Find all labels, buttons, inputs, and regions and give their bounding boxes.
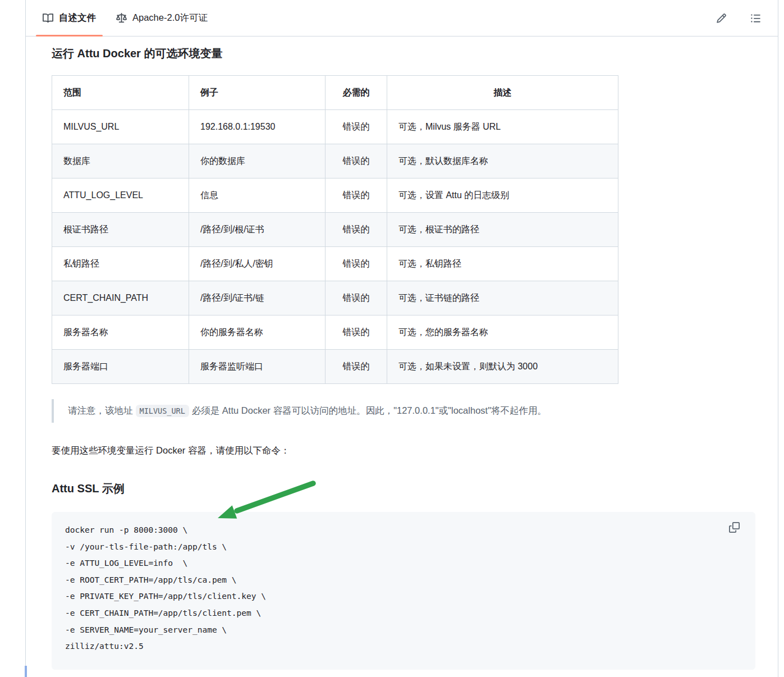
- outline-button[interactable]: [749, 12, 762, 25]
- table-cell: 错误的: [325, 281, 387, 315]
- code-content: docker run -p 8000:3000 \ -v /your-tls-f…: [65, 525, 266, 651]
- env-table: 范围 例子 必需的 描述 MILVUS_URL192.168.0.1:19530…: [52, 75, 618, 384]
- pencil-icon: [716, 13, 727, 24]
- table-cell: /路径/到/根/证书: [189, 213, 325, 247]
- table-cell: 你的数据库: [189, 144, 325, 179]
- tabbar-actions: [715, 0, 778, 36]
- table-row: 根证书路径/路径/到/根/证书错误的可选，根证书的路径: [52, 213, 618, 247]
- table-cell: 可选，如果未设置，则默认为 3000: [387, 350, 618, 384]
- active-tab-underline: [36, 35, 103, 36]
- table-row: MILVUS_URL192.168.0.1:19530错误的可选，Milvus …: [52, 110, 618, 144]
- law-icon: [116, 13, 127, 24]
- copy-button[interactable]: [728, 521, 741, 534]
- book-icon: [43, 13, 53, 24]
- table-row: 服务器名称你的服务器名称错误的可选，您的服务器名称: [52, 315, 618, 350]
- table-cell: 信息: [189, 179, 325, 213]
- column-header-scope: 范围: [52, 76, 189, 110]
- table-cell: 错误的: [325, 144, 387, 179]
- code-block: docker run -p 8000:3000 \ -v /your-tls-f…: [52, 512, 755, 670]
- note-blockquote: 请注意，该地址MILVUS_URL必须是 Attu Docker 容器可以访问的…: [52, 399, 728, 423]
- scrollbar-fragment[interactable]: [25, 666, 27, 677]
- command-intro-paragraph: 要使用这些环境变量运行 Docker 容器，请使用以下命令：: [52, 443, 755, 457]
- table-row: 服务器端口服务器监听端口错误的可选，如果未设置，则默认为 3000: [52, 350, 618, 384]
- table-cell: 错误的: [325, 213, 387, 247]
- section-title-ssl-example: Attu SSL 示例: [52, 481, 755, 496]
- tab-license[interactable]: Apache-2.0许可证: [106, 0, 218, 36]
- table-cell: 私钥路径: [52, 247, 189, 281]
- edit-button[interactable]: [715, 12, 728, 25]
- table-cell: 错误的: [325, 179, 387, 213]
- table-row: 数据库你的数据库错误的可选，默认数据库名称: [52, 144, 618, 179]
- table-cell: 错误的: [325, 315, 387, 350]
- table-row: ATTU_LOG_LEVEL信息错误的可选，设置 Attu 的日志级别: [52, 179, 618, 213]
- tab-readme[interactable]: 自述文件: [33, 0, 106, 36]
- note-text-prefix: 请注意，该地址: [68, 405, 133, 415]
- readme-content: 运行 Attu Docker 的可选环境变量 范围 例子 必需的 描述 MILV…: [26, 36, 778, 670]
- table-cell: 根证书路径: [52, 213, 189, 247]
- readme-panel: 自述文件 Apache-2.0许可证 运行 Attu Docker 的可选环境变…: [25, 0, 778, 677]
- copy-icon: [729, 522, 740, 533]
- table-cell: 错误的: [325, 247, 387, 281]
- section-title-env-vars: 运行 Attu Docker 的可选环境变量: [52, 46, 755, 61]
- table-cell: 192.168.0.1:19530: [189, 110, 325, 144]
- table-cell: 错误的: [325, 110, 387, 144]
- table-cell: ATTU_LOG_LEVEL: [52, 179, 189, 213]
- docker-command: docker run -p 8000:3000 \ -v /your-tls-f…: [65, 522, 746, 655]
- table-cell: 可选，默认数据库名称: [387, 144, 618, 179]
- table-cell: 错误的: [325, 350, 387, 384]
- tab-license-label: Apache-2.0许可证: [132, 12, 208, 24]
- inline-code-milvus-url: MILVUS_URL: [136, 405, 189, 417]
- table-row: CERT_CHAIN_PATH/路径/到/证书/链错误的可选，证书链的路径: [52, 281, 618, 315]
- table-cell: 服务器监听端口: [189, 350, 325, 384]
- table-cell: 可选，根证书的路径: [387, 213, 618, 247]
- table-cell: /路径/到/私人/密钥: [189, 247, 325, 281]
- tab-readme-label: 自述文件: [59, 12, 96, 24]
- column-header-required: 必需的: [325, 76, 387, 110]
- list-icon: [750, 13, 761, 24]
- note-text-suffix: 必须是 Attu Docker 容器可以访问的地址。因此，"127.0.0.1"…: [192, 405, 547, 415]
- table-row: 私钥路径/路径/到/私人/密钥错误的可选，私钥路径: [52, 247, 618, 281]
- file-tabbar: 自述文件 Apache-2.0许可证: [26, 0, 778, 36]
- table-cell: 服务器名称: [52, 315, 189, 350]
- table-header-row: 范围 例子 必需的 描述: [52, 76, 618, 110]
- table-cell: 可选，私钥路径: [387, 247, 618, 281]
- table-cell: 服务器端口: [52, 350, 189, 384]
- table-cell: 可选，您的服务器名称: [387, 315, 618, 350]
- table-cell: 可选，Milvus 服务器 URL: [387, 110, 618, 144]
- column-header-example: 例子: [189, 76, 325, 110]
- table-cell: /路径/到/证书/链: [189, 281, 325, 315]
- table-cell: 可选，证书链的路径: [387, 281, 618, 315]
- table-cell: 你的服务器名称: [189, 315, 325, 350]
- table-cell: CERT_CHAIN_PATH: [52, 281, 189, 315]
- table-cell: 数据库: [52, 144, 189, 179]
- table-cell: 可选，设置 Attu 的日志级别: [387, 179, 618, 213]
- env-table-body: MILVUS_URL192.168.0.1:19530错误的可选，Milvus …: [52, 110, 618, 384]
- column-header-description: 描述: [387, 76, 618, 110]
- table-cell: MILVUS_URL: [52, 110, 189, 144]
